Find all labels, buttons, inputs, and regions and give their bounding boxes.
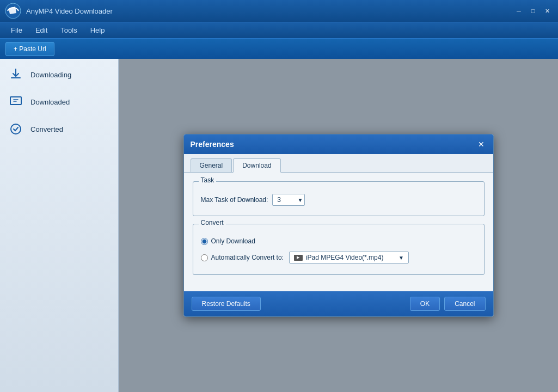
auto-convert-label[interactable]: Automatically Convert to: [211, 254, 284, 261]
sidebar-item-converted[interactable]: Converted [0, 115, 118, 143]
only-download-label[interactable]: Only Download [211, 237, 255, 245]
window-controls: ─ □ ✕ [512, 5, 554, 16]
sidebar-item-downloading[interactable]: Downloading [0, 61, 118, 88]
sidebar-label-downloaded: Downloaded [30, 98, 70, 106]
convert-select-inner: ▶ iPad MPEG4 Video(*.mp4) [294, 254, 395, 261]
preferences-dialog: Preferences ✕ General Download Task [183, 134, 494, 317]
convert-format-select-wrapper: ▶ iPad MPEG4 Video(*.mp4) ▼ [289, 252, 409, 264]
auto-convert-row: Automatically Convert to: ▶ iPad MPEG4 V… [201, 248, 476, 267]
ok-button[interactable]: OK [410, 297, 440, 311]
menu-tools[interactable]: Tools [54, 24, 83, 36]
max-task-label: Max Task of Download: [201, 196, 268, 204]
format-icon: ▶ [294, 255, 303, 261]
dialog-close-button[interactable]: ✕ [476, 139, 487, 150]
convert-format-select[interactable]: ▶ iPad MPEG4 Video(*.mp4) ▼ [289, 252, 409, 264]
menu-help[interactable]: Help [84, 24, 112, 36]
paste-url-button[interactable]: + Paste Url [5, 42, 54, 56]
only-download-radio[interactable] [201, 238, 208, 245]
dialog-body: Task Max Task of Download: 1 2 3 4 [184, 173, 493, 291]
convert-group-content: Only Download Automatically Convert to: … [201, 234, 476, 267]
menu-file[interactable]: File [4, 24, 29, 36]
toolbar: + Paste Url [0, 38, 558, 59]
max-task-select-wrapper: 1 2 3 4 5 ▼ [272, 194, 305, 206]
sidebar-item-downloaded[interactable]: Downloaded [0, 88, 118, 115]
dialog-tabs: General Download [184, 154, 493, 173]
downloaded-icon [8, 94, 24, 110]
close-button[interactable]: ✕ [541, 5, 554, 16]
convert-select-arrow: ▼ [398, 255, 404, 261]
svg-rect-1 [10, 97, 21, 105]
downloading-icon [8, 66, 24, 83]
only-download-row: Only Download [201, 234, 476, 248]
app-logo [4, 2, 22, 20]
task-group: Task Max Task of Download: 1 2 3 4 [193, 181, 485, 216]
dialog-titlebar: Preferences ✕ [184, 134, 493, 154]
main-content: www.WISDOMIN.COM Preferences ✕ General D… [119, 59, 558, 392]
minimize-button[interactable]: ─ [512, 5, 525, 16]
tab-download[interactable]: Download [233, 158, 280, 173]
restore-button[interactable]: □ [526, 5, 539, 16]
footer-left: Restore Defaults [192, 297, 261, 311]
tab-general[interactable]: General [191, 158, 232, 172]
sidebar-label-converted: Converted [30, 125, 63, 133]
convert-group: Convert Only Download Automatically Conv… [193, 224, 485, 275]
task-group-title: Task [199, 176, 217, 184]
dialog-footer: Restore Defaults OK Cancel [184, 291, 493, 316]
modal-overlay: Preferences ✕ General Download Task [119, 59, 558, 392]
converted-icon [8, 121, 24, 137]
dialog-title: Preferences [191, 140, 234, 149]
convert-group-title: Convert [199, 219, 226, 226]
convert-format-label: iPad MPEG4 Video(*.mp4) [306, 254, 384, 261]
restore-defaults-button[interactable]: Restore Defaults [192, 297, 261, 311]
titlebar: AnyMP4 Video Downloader ─ □ ✕ [0, 0, 558, 22]
auto-convert-radio[interactable] [201, 254, 208, 261]
svg-point-2 [11, 124, 21, 134]
cancel-button[interactable]: Cancel [444, 297, 485, 311]
sidebar: Downloading Downloaded Converted [0, 59, 119, 392]
max-task-row: Max Task of Download: 1 2 3 4 5 [201, 192, 476, 208]
menubar: File Edit Tools Help [0, 22, 558, 38]
task-group-content: Max Task of Download: 1 2 3 4 5 [201, 192, 476, 208]
app-title: AnyMP4 Video Downloader [26, 7, 512, 15]
sidebar-label-downloading: Downloading [30, 71, 71, 79]
footer-right: OK Cancel [410, 297, 486, 311]
max-task-select[interactable]: 1 2 3 4 5 [272, 194, 305, 206]
menu-edit[interactable]: Edit [29, 24, 54, 36]
main-layout: Downloading Downloaded Converted w [0, 59, 558, 392]
